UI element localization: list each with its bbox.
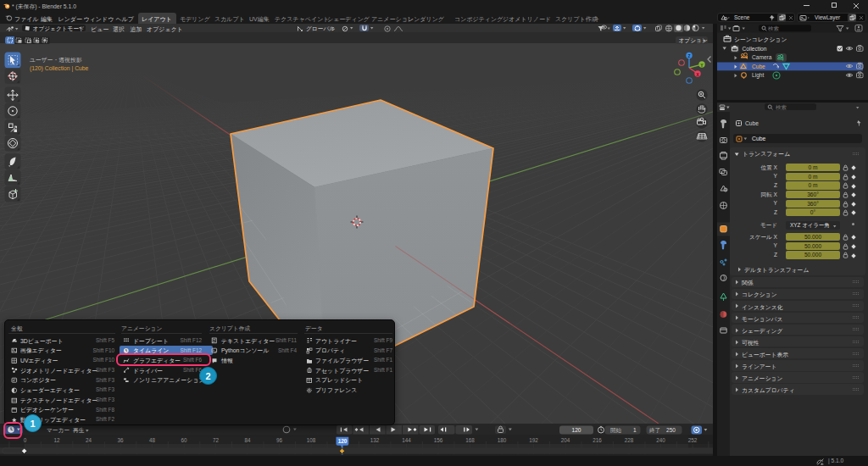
svg-text:96: 96 xyxy=(276,437,283,443)
svg-text:36: 36 xyxy=(118,437,125,443)
svg-text:84: 84 xyxy=(245,437,252,443)
svg-text:204: 204 xyxy=(561,437,570,443)
svg-text:228: 228 xyxy=(625,437,634,443)
svg-text:0: 0 xyxy=(24,437,27,443)
svg-text:120: 120 xyxy=(338,438,348,444)
svg-text:60: 60 xyxy=(181,437,188,443)
svg-text:108: 108 xyxy=(307,437,316,443)
svg-text:Z: Z xyxy=(687,53,690,58)
svg-text:12: 12 xyxy=(54,437,61,443)
svg-text:72: 72 xyxy=(213,437,220,443)
svg-text:156: 156 xyxy=(434,437,443,443)
svg-text:120: 120 xyxy=(571,427,581,433)
svg-text:180: 180 xyxy=(498,437,507,443)
svg-text:132: 132 xyxy=(370,437,380,443)
svg-text:252: 252 xyxy=(688,437,698,443)
svg-text:24: 24 xyxy=(86,437,92,443)
svg-text:144: 144 xyxy=(402,437,411,443)
svg-text:192: 192 xyxy=(529,437,538,443)
svg-text:216: 216 xyxy=(593,437,602,443)
svg-text:240: 240 xyxy=(656,437,665,443)
svg-text:168: 168 xyxy=(465,437,475,443)
svg-text:48: 48 xyxy=(149,437,156,443)
